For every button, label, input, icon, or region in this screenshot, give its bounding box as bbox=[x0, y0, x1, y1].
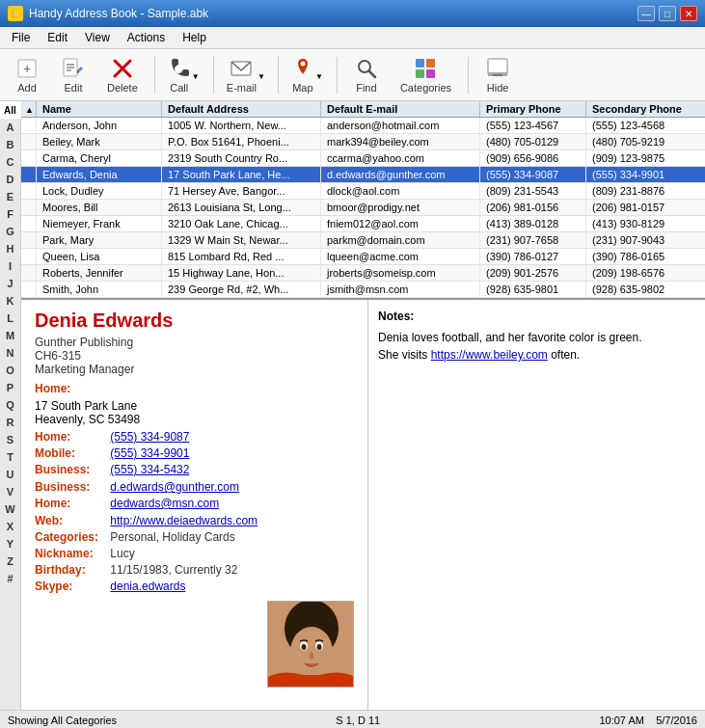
table-row[interactable]: Moores, Bill 2613 Louisiana St, Long... … bbox=[21, 200, 705, 216]
business-phone-value: (555) 334-5432 bbox=[110, 463, 189, 476]
alpha-t[interactable]: T bbox=[0, 448, 21, 466]
menu-view[interactable]: View bbox=[77, 29, 118, 46]
alpha-k[interactable]: K bbox=[0, 292, 21, 310]
alpha-q[interactable]: Q bbox=[0, 396, 21, 414]
alpha-w[interactable]: W bbox=[0, 500, 21, 518]
alpha-o[interactable]: O bbox=[0, 362, 21, 379]
alpha-x[interactable]: X bbox=[0, 518, 21, 535]
table-row[interactable]: Niemeyer, Frank 3210 Oak Lane, Chicag...… bbox=[21, 216, 705, 232]
alpha-z[interactable]: Z bbox=[0, 553, 21, 570]
address-section: Home: bbox=[35, 382, 354, 395]
alpha-i[interactable]: I bbox=[0, 257, 21, 275]
alpha-u[interactable]: U bbox=[0, 466, 21, 483]
categories-row: Categories: Personal, Holiday Cards bbox=[35, 530, 354, 544]
table-row[interactable]: Carma, Cheryl 2319 South Country Ro... c… bbox=[21, 150, 705, 167]
th-phone2[interactable]: Secondary Phone bbox=[586, 101, 702, 117]
td-phone2: (209) 198-6576 bbox=[586, 265, 702, 281]
alpha-y[interactable]: Y bbox=[0, 535, 21, 553]
mobile-phone-link[interactable]: (555) 334-9901 bbox=[110, 446, 189, 460]
categories-button[interactable]: Categories bbox=[392, 52, 460, 98]
table-row[interactable]: Smith, John 239 George Rd, #2, Wh... jsm… bbox=[21, 282, 705, 298]
skype-link[interactable]: denia.edwards bbox=[110, 580, 185, 593]
alpha-p[interactable]: P bbox=[0, 379, 21, 396]
notes-text: Denia loves football, and her favorite c… bbox=[378, 329, 695, 364]
alpha-a[interactable]: A bbox=[0, 119, 21, 136]
alpha-v[interactable]: V bbox=[0, 483, 21, 500]
td-phone2: (928) 635-9802 bbox=[586, 282, 702, 297]
td-address: 815 Lombard Rd, Red ... bbox=[162, 249, 321, 264]
email-button[interactable]: E-mail ▼ bbox=[222, 52, 270, 98]
map-button[interactable]: Map ▼ bbox=[286, 52, 329, 98]
hide-button[interactable]: Hide bbox=[476, 52, 519, 98]
add-button[interactable]: + Add bbox=[6, 52, 48, 98]
menu-help[interactable]: Help bbox=[175, 29, 214, 46]
alpha-hash[interactable]: # bbox=[0, 570, 21, 587]
alpha-h[interactable]: H bbox=[0, 240, 21, 257]
alphabet-sidebar: All A B C D E F G H I J K L M N O P Q R … bbox=[0, 101, 21, 710]
edit-label: Edit bbox=[65, 82, 83, 94]
find-button[interactable]: Find bbox=[345, 52, 388, 98]
menu-file[interactable]: File bbox=[4, 29, 38, 46]
notes-text1: Denia loves football, and her favorite c… bbox=[378, 331, 642, 344]
edit-button[interactable]: Edit bbox=[52, 52, 95, 98]
notes-text2: She visits bbox=[378, 348, 431, 362]
td-address: 1005 W. Northern, New... bbox=[162, 118, 321, 133]
minimize-button[interactable]: — bbox=[637, 6, 655, 21]
categories-icon bbox=[414, 57, 437, 80]
alpha-n[interactable]: N bbox=[0, 344, 21, 362]
svg-rect-15 bbox=[426, 69, 435, 78]
th-sort-indicator[interactable]: ▲ bbox=[21, 101, 37, 117]
call-button[interactable]: Call ▼ bbox=[163, 52, 205, 98]
table-row[interactable]: Roberts, Jennifer 15 Highway Lane, Hon..… bbox=[21, 265, 705, 282]
alpha-m[interactable]: M bbox=[0, 327, 21, 344]
menu-edit[interactable]: Edit bbox=[40, 29, 75, 46]
home-email-link[interactable]: dedwards@msn.com bbox=[110, 497, 219, 510]
notes-link[interactable]: https://www.beiley.com bbox=[431, 348, 548, 362]
delete-button[interactable]: Delete bbox=[98, 52, 147, 98]
alpha-r[interactable]: R bbox=[0, 414, 21, 431]
contacts-list: Anderson, John 1005 W. Northern, New... … bbox=[21, 118, 705, 298]
nickname-value: Lucy bbox=[110, 547, 134, 560]
business-email-link[interactable]: d.edwards@gunther.com bbox=[110, 480, 239, 494]
menu-actions[interactable]: Actions bbox=[120, 29, 173, 46]
td-name: Queen, Lisa bbox=[37, 249, 162, 264]
maximize-button[interactable]: □ bbox=[659, 6, 676, 21]
table-row[interactable]: Queen, Lisa 815 Lombard Rd, Red ... lque… bbox=[21, 249, 705, 265]
th-phone1[interactable]: Primary Phone bbox=[480, 101, 586, 117]
alpha-f[interactable]: F bbox=[0, 205, 21, 223]
alpha-g[interactable]: G bbox=[0, 223, 21, 240]
web-link[interactable]: http://www.deiaedwards.com bbox=[110, 514, 258, 527]
svg-point-25 bbox=[317, 644, 322, 650]
th-address[interactable]: Default Address bbox=[162, 101, 321, 117]
business-phone-row: Business: (555) 334-5432 bbox=[35, 463, 354, 476]
nickname-row: Nickname: Lucy bbox=[35, 547, 354, 560]
status-categories: Showing All Categories bbox=[8, 715, 117, 726]
alpha-l[interactable]: L bbox=[0, 310, 21, 327]
alpha-e[interactable]: E bbox=[0, 188, 21, 205]
address-line2: Heavenly, SC 53498 bbox=[35, 413, 354, 426]
td-indicator bbox=[21, 118, 37, 133]
alpha-b[interactable]: B bbox=[0, 136, 21, 153]
alpha-all[interactable]: All bbox=[0, 101, 21, 119]
add-label: Add bbox=[17, 82, 37, 94]
td-phone2: (555) 123-4568 bbox=[586, 118, 702, 133]
alpha-s[interactable]: S bbox=[0, 431, 21, 448]
td-indicator bbox=[21, 183, 37, 199]
table-row[interactable]: Anderson, John 1005 W. Northern, New... … bbox=[21, 118, 705, 134]
contact-photo-svg bbox=[268, 602, 354, 688]
svg-point-24 bbox=[302, 644, 307, 650]
close-button[interactable]: ✕ bbox=[680, 6, 697, 21]
home-phone-link[interactable]: (555) 334-9087 bbox=[110, 430, 189, 444]
alpha-d[interactable]: D bbox=[0, 171, 21, 188]
alpha-j[interactable]: J bbox=[0, 275, 21, 292]
business-phone-link[interactable]: (555) 334-5432 bbox=[110, 463, 189, 476]
th-name[interactable]: Name bbox=[37, 101, 162, 117]
th-email[interactable]: Default E-mail bbox=[321, 101, 480, 117]
table-row[interactable]: Lock, Dudley 71 Hersey Ave, Bangor... dl… bbox=[21, 183, 705, 200]
home-email-label: Home: bbox=[35, 497, 107, 510]
table-row[interactable]: Edwards, Denia 17 South Park Lane, He...… bbox=[21, 167, 705, 183]
call-icon bbox=[168, 57, 191, 80]
table-row[interactable]: Park, Mary 1329 W Main St, Newar... park… bbox=[21, 232, 705, 249]
alpha-c[interactable]: C bbox=[0, 153, 21, 171]
table-row[interactable]: Beiley, Mark P.O. Box 51641, Phoeni... m… bbox=[21, 134, 705, 150]
